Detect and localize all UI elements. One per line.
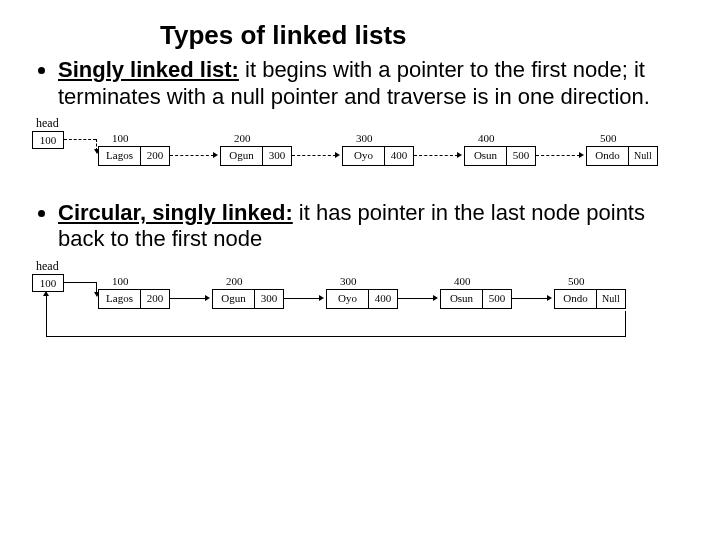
term-circular: Circular, singly linked: — [58, 200, 293, 225]
node-addr: 300 — [356, 132, 373, 145]
bullet-circular: Circular, singly linked: it has pointer … — [58, 200, 690, 253]
bullet-list: Singly linked list: it begins with a poi… — [30, 57, 690, 110]
head-arrow — [64, 282, 100, 283]
arrow-icon — [170, 155, 218, 156]
node-data: Ogun — [220, 146, 262, 166]
bullet-singly: Singly linked list: it begins with a poi… — [58, 57, 690, 110]
arrow-icon — [170, 298, 210, 299]
term-singly: Singly linked list: — [58, 57, 239, 82]
node-null: Null — [596, 289, 626, 309]
node-addr: 400 — [478, 132, 495, 145]
arrow-icon — [284, 298, 324, 299]
node-addr: 500 — [568, 275, 585, 288]
node-ptr: 300 — [262, 146, 292, 166]
node-data: Osun — [440, 289, 482, 309]
slide-title: Types of linked lists — [30, 20, 690, 51]
node-3: 300 Oyo 400 — [342, 146, 414, 166]
arrow-icon — [398, 298, 438, 299]
node-data: Ondo — [586, 146, 628, 166]
arrow-icon — [414, 155, 462, 156]
node-addr: 400 — [454, 275, 471, 288]
node-ptr: 300 — [254, 289, 284, 309]
node-data: Osun — [464, 146, 506, 166]
node-data: Ondo — [554, 289, 596, 309]
head-box: 100 — [32, 274, 64, 292]
node-3: 300 Oyo 400 — [326, 289, 398, 309]
head-label: head — [36, 259, 59, 273]
node-1: 100 Lagos 200 — [98, 146, 170, 166]
bullet-list-2: Circular, singly linked: it has pointer … — [30, 200, 690, 253]
node-ptr: 500 — [482, 289, 512, 309]
node-ptr: 200 — [140, 146, 170, 166]
head-box: 100 — [32, 131, 64, 149]
node-addr: 200 — [234, 132, 251, 145]
node-4: 400 Osun 500 — [440, 289, 512, 309]
node-ptr: 400 — [384, 146, 414, 166]
node-1: 100 Lagos 200 — [98, 289, 170, 309]
node-ptr: 500 — [506, 146, 536, 166]
node-data: Oyo — [342, 146, 384, 166]
diagram-singly: head 100 100 Lagos 200 200 Ogun 300 300 … — [30, 116, 690, 186]
node-ptr: 200 — [140, 289, 170, 309]
arrow-icon — [512, 298, 552, 299]
node-addr: 200 — [226, 275, 243, 288]
diagram-circular: head 100 100 Lagos 200 200 Ogun 300 300 … — [30, 259, 690, 349]
node-ptr: 400 — [368, 289, 398, 309]
node-5: 500 Ondo Null — [554, 289, 626, 309]
node-addr: 500 — [600, 132, 617, 145]
node-2: 200 Ogun 300 — [220, 146, 292, 166]
node-5: 500 Ondo Null — [586, 146, 658, 166]
node-data: Lagos — [98, 146, 140, 166]
arrow-icon — [292, 155, 340, 156]
node-addr: 100 — [112, 275, 129, 288]
arrow-icon — [536, 155, 584, 156]
circular-back-arrow — [46, 311, 626, 337]
node-4: 400 Osun 500 — [464, 146, 536, 166]
node-null: Null — [628, 146, 658, 166]
node-data: Ogun — [212, 289, 254, 309]
head-label: head — [36, 116, 59, 130]
node-2: 200 Ogun 300 — [212, 289, 284, 309]
node-addr: 100 — [112, 132, 129, 145]
node-data: Oyo — [326, 289, 368, 309]
node-data: Lagos — [98, 289, 140, 309]
node-addr: 300 — [340, 275, 357, 288]
head-arrow — [64, 139, 100, 140]
